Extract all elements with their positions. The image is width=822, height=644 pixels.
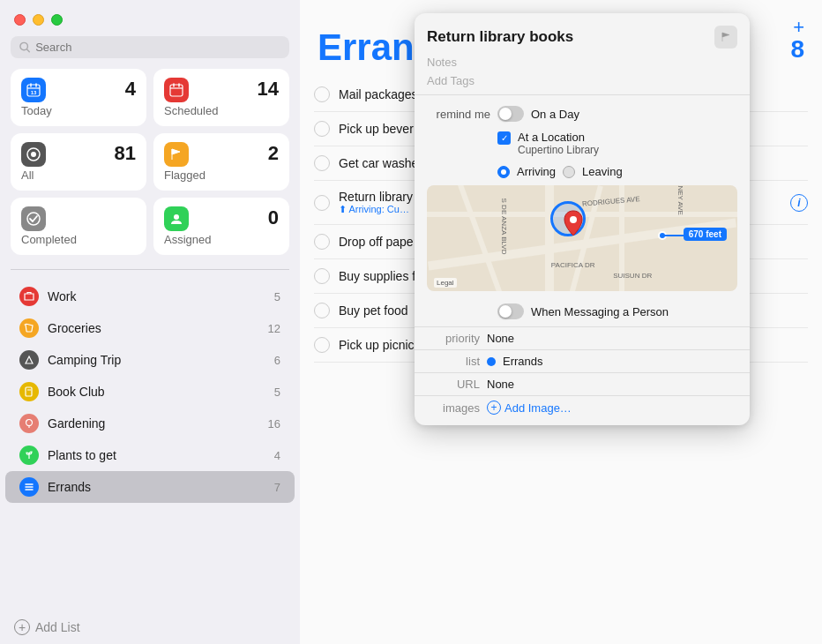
add-list-button[interactable]: + Add List (0, 610, 300, 644)
flag-button[interactable] (714, 26, 737, 49)
smart-list-scheduled[interactable]: 14 Scheduled (153, 69, 289, 126)
all-icon (21, 142, 46, 167)
plants-list-count: 4 (274, 449, 280, 462)
smart-list-assigned[interactable]: 0 Assigned (153, 198, 289, 255)
gardening-icon (19, 414, 39, 433)
search-bar[interactable] (11, 36, 289, 58)
list-item-plants[interactable]: Plants to get 4 (5, 439, 295, 471)
map-pin (564, 210, 583, 240)
assigned-icon (164, 206, 189, 231)
add-list-label: Add List (35, 620, 80, 634)
list-item-work[interactable]: Work 5 (5, 281, 295, 312)
task-checkbox-mail[interactable] (314, 86, 330, 102)
errands-list-count: 7 (274, 481, 280, 494)
close-button[interactable] (14, 14, 26, 26)
detail-title: Return library books (427, 28, 573, 46)
at-location-checkbox[interactable]: ✓ (497, 131, 511, 145)
list-item-gardening[interactable]: Gardening 16 (5, 408, 295, 439)
today-label: Today (21, 104, 136, 117)
svg-text:13: 13 (31, 90, 37, 95)
list-color-dot (487, 357, 496, 366)
camping-list-count: 6 (274, 354, 280, 367)
search-icon (19, 41, 30, 53)
bookclub-icon (19, 382, 39, 401)
main-content: + Errands 8 Mail packages Pick up bever…… (300, 0, 822, 644)
task-checkbox-bev[interactable] (314, 121, 330, 137)
task-checkbox-car[interactable] (314, 155, 330, 171)
remind-me-row: remind me On a Day (415, 101, 750, 127)
location-name: Cupertino Library (518, 144, 599, 156)
map-label-aney: ANEY AVE (676, 185, 684, 215)
camping-icon (19, 350, 39, 370)
list-item-camping[interactable]: Camping Trip 6 (5, 344, 295, 376)
task-checkbox-supplies[interactable] (314, 268, 330, 284)
window-controls (0, 0, 300, 36)
on-a-day-toggle[interactable] (497, 106, 524, 122)
gardening-list-name: Gardening (48, 416, 259, 431)
camping-list-name: Camping Trip (48, 353, 265, 367)
map-road-diag1 (458, 185, 535, 291)
work-list-name: Work (48, 289, 265, 303)
section-divider (11, 269, 289, 270)
detail-section-divider (415, 94, 750, 95)
work-icon (19, 287, 39, 306)
map-label-suisun: SUISUN DR (613, 272, 652, 280)
plants-icon (19, 446, 39, 465)
list-field-value: Errands (503, 355, 543, 368)
smart-list-flagged[interactable]: 2 Flagged (153, 133, 289, 191)
url-label: URL (427, 378, 480, 391)
svg-rect-16 (26, 387, 32, 396)
map-label-deanza: S DE ANZA BLVD (501, 198, 509, 255)
bookclub-list-name: Book Club (48, 385, 265, 399)
leaving-radio[interactable] (563, 166, 575, 178)
map-road-v1 (545, 185, 554, 291)
task-checkbox-picnic[interactable] (314, 337, 330, 353)
flagged-count: 2 (268, 142, 279, 165)
all-label: All (21, 168, 136, 182)
plants-list-name: Plants to get (48, 448, 265, 462)
info-button[interactable]: i (790, 194, 808, 212)
task-checkbox-library[interactable] (314, 195, 330, 211)
smart-lists: 13 4 Today 14 Scheduled (0, 69, 300, 266)
task-checkbox-petfood[interactable] (314, 303, 330, 318)
arriving-radio[interactable] (497, 166, 510, 178)
map-label-pacifica: PACIFICA DR (551, 261, 595, 269)
completed-label: Completed (21, 233, 136, 246)
svg-point-12 (31, 152, 36, 157)
add-button[interactable]: + (793, 16, 804, 39)
today-count: 4 (125, 78, 136, 101)
errands-list-name: Errands (48, 480, 265, 494)
svg-point-23 (570, 216, 577, 223)
list-item-bookclub[interactable]: Book Club 5 (5, 376, 295, 408)
arriving-label: Arriving (517, 165, 556, 178)
list-field-label: list (427, 355, 480, 368)
detail-notes-placeholder[interactable]: Notes (415, 54, 750, 72)
remind-me-label: remind me (427, 108, 490, 121)
priority-row: priority None (415, 326, 750, 349)
smart-list-completed[interactable]: Completed (11, 198, 146, 255)
flagged-label: Flagged (164, 168, 279, 182)
detail-tags-placeholder[interactable]: Add Tags (415, 72, 750, 94)
map-label-rodrigues: RODRIGUES AVE (582, 196, 640, 209)
images-label: images (427, 401, 480, 415)
smart-list-today[interactable]: 13 4 Today (11, 69, 146, 126)
task-checkbox-drop[interactable] (314, 234, 330, 250)
minimize-button[interactable] (33, 14, 44, 26)
scheduled-icon (164, 78, 189, 102)
add-image-button[interactable]: + Add Image… (487, 401, 572, 415)
search-input[interactable] (35, 41, 280, 54)
smart-list-all[interactable]: 81 All (11, 133, 146, 191)
lists-section: Work 5 Groceries 12 Camping Trip 6 Book … (0, 277, 300, 610)
url-value: None (487, 378, 514, 391)
list-item-groceries[interactable]: Groceries 12 (5, 312, 295, 344)
list-row: list Errands (415, 349, 750, 372)
images-row: images + Add Image… (415, 395, 750, 425)
list-item-errands[interactable]: Errands 7 (5, 471, 295, 503)
maximize-button[interactable] (51, 14, 63, 26)
messaging-toggle[interactable] (497, 303, 524, 319)
scheduled-count: 14 (258, 78, 279, 101)
sidebar: 13 4 Today 14 Scheduled (0, 0, 300, 644)
today-icon: 13 (21, 78, 46, 102)
messaging-row: When Messaging a Person (415, 300, 750, 326)
assigned-label: Assigned (164, 233, 279, 246)
